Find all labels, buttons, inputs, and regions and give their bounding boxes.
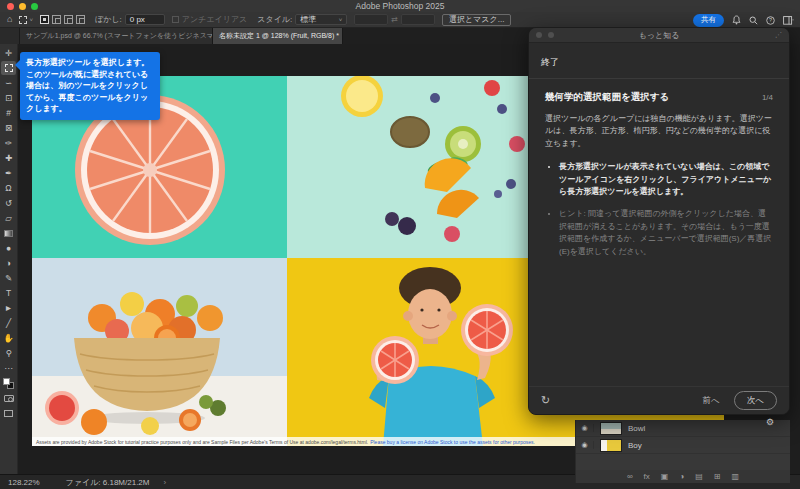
pen-tool-icon[interactable]: ✎ [1,271,16,285]
gear-icon[interactable]: ⚙ [766,417,774,427]
rectangular-marquee-tool-icon[interactable] [1,61,16,75]
brush-tool-icon[interactable]: ✒ [1,166,16,180]
svg-text:?: ? [769,17,772,23]
photoshop-window: Adobe Photoshop 2025 ⌂ ˅ ぼかし: 0 px アンチエイ… [0,0,800,489]
layer-group-icon[interactable]: ▤ [695,473,703,481]
tab-bar-lead [0,28,20,44]
tool-preset-chevron-icon[interactable]: ˅ [29,17,33,23]
eraser-tool-icon[interactable]: ▱ [1,211,16,225]
document-tab-untitled1[interactable]: 名称未設定 1 @ 128% (Fruit, RGB/8) * [213,28,343,44]
gradient-tool-icon[interactable] [1,226,16,240]
file-size-status: ファイル: 6.18M/21.2M [66,477,150,488]
eyedropper-tool-icon[interactable]: ✑ [1,136,16,150]
path-selection-tool-icon[interactable]: ► [1,301,16,315]
delete-layer-icon[interactable]: ▥ [732,473,740,481]
intersect-selection-icon[interactable] [76,15,85,24]
style-chevron-icon: ˅ [339,17,343,23]
exit-row: 終了 [529,43,789,79]
tool-coachmark-tooltip: 長方形選択ツール を選択します。このツールが既に選択されている場合は、別のツール… [20,52,160,120]
blur-tool-icon[interactable]: ● [1,241,16,255]
learn-panel-title: もっと知る [529,30,789,41]
foreground-background-colors-icon[interactable] [1,376,16,390]
tutorial-content: 幾何学的選択範囲を選択する 1/4 選択ツールの各グループには独自の機能がありま… [529,79,789,258]
tutorial-footer: ↻ 前へ 次へ [529,386,789,414]
options-bar: ⌂ ˅ ぼかし: 0 px アンチエイリアス スタイル: 標準 ˅ ⇄ 選択とマ… [0,12,800,28]
spot-healing-brush-tool-icon[interactable]: ✚ [1,151,16,165]
frame-tool-icon[interactable]: ⊠ [1,121,16,135]
image-fruit-bowl [32,258,287,446]
tutorial-bullet-1: 長方形選択ツールが表示されていない場合は、この領域でツールアイコンを右クリックし… [559,161,773,198]
object-selection-tool-icon[interactable]: ⊡ [1,91,16,105]
feather-input[interactable]: 0 px [125,14,165,25]
share-button[interactable]: 共有 [693,14,724,27]
panel-expand-icon[interactable]: ⋰ [775,31,782,39]
restart-tutorial-icon[interactable]: ↻ [541,394,550,407]
layer-row-bowl[interactable]: ◉ Bowl [576,420,790,437]
dodge-tool-icon[interactable]: ◑ [1,256,16,270]
layers-panel: ◉ Bowl ◉ Boy ∞fx▣◑▤⊞▥ [575,420,790,483]
learn-panel: もっと知る ⋰ 終了 幾何学的選択範囲を選択する 1/4 選択ツールの各グループ… [528,27,790,415]
adjustment-layer-icon[interactable]: ◑ [679,473,684,481]
tutorial-step-counter: 1/4 [762,93,773,102]
home-icon[interactable]: ⌂ [7,15,12,24]
lasso-tool-icon[interactable]: ∽ [1,76,16,90]
crop-tool-icon[interactable]: # [1,106,16,120]
status-chevron-icon[interactable]: › [163,478,166,487]
style-select[interactable]: 標準 ˅ [295,14,347,25]
layer-visibility-eye-icon[interactable]: ◉ [576,424,594,432]
width-input[interactable] [354,14,388,25]
next-step-button[interactable]: 次へ [734,391,777,410]
current-tool-icon[interactable] [19,16,27,24]
new-selection-icon[interactable] [40,15,49,24]
quick-mask-mode-icon[interactable] [1,391,16,405]
feather-label: ぼかし: [95,14,122,25]
height-input[interactable] [401,14,435,25]
clone-stamp-tool-icon[interactable]: Ω [1,181,16,195]
select-and-mask-button[interactable]: 選択とマスク... [442,14,511,26]
tutorial-step-heading: 幾何学的選択範囲を選択する [545,91,669,104]
notifications-bell-icon[interactable] [732,15,741,25]
titlebar: Adobe Photoshop 2025 [0,0,800,12]
new-layer-icon[interactable]: ⊞ [714,473,721,481]
layer-thumbnail[interactable] [600,439,622,452]
help-icon[interactable]: ? [766,16,775,25]
add-to-selection-icon[interactable] [52,15,61,24]
line-tool-icon[interactable]: ╱ [1,316,16,330]
toolbox: ✛∽⊡#⊠✑✚✒Ω↺▱●◑✎T►╱✋⚲⋯ [0,44,18,474]
style-label: スタイル: [257,14,292,25]
layer-row-boy[interactable]: ◉ Boy [576,437,790,454]
previous-step-button[interactable]: 前へ [703,395,720,407]
tutorial-bullet-2: ヒント: 間違って選択範囲の外側をクリックした場合、選択範囲が消えることがありま… [559,208,773,258]
foreground-color-swatch[interactable] [3,378,10,385]
edit-toolbar-icon[interactable]: ⋯ [1,361,16,375]
layer-mask-icon[interactable]: ▣ [661,473,669,481]
zoom-tool-icon[interactable]: ⚲ [1,346,16,360]
screen-mode-icon[interactable] [1,406,16,420]
layer-name[interactable]: Boy [628,441,642,450]
exit-tutorial-button[interactable]: 終了 [541,57,559,67]
learn-panel-header[interactable]: もっと知る ⋰ [529,28,789,43]
app-title: Adobe Photoshop 2025 [0,1,800,11]
subtract-from-selection-icon[interactable] [64,15,73,24]
layer-name[interactable]: Bowl [628,424,645,433]
tutorial-bullets: 長方形選択ツールが表示されていない場合は、この領域でツールアイコンを右クリックし… [545,161,773,258]
layer-style-icon[interactable]: fx [644,473,650,481]
antialias-checkbox[interactable] [172,16,179,23]
move-tool-icon[interactable]: ✛ [1,46,16,60]
license-link[interactable]: Please buy a license on Adobe Stock to u… [370,439,535,445]
tutorial-paragraph: 選択ツールの各グループには独自の機能があります。選択ツールは、長方形、正方形、楕… [545,113,773,150]
history-brush-tool-icon[interactable]: ↺ [1,196,16,210]
swap-dimensions-icon[interactable]: ⇄ [391,15,398,24]
antialias-label: アンチエイリアス [182,14,248,25]
hand-tool-icon[interactable]: ✋ [1,331,16,345]
layer-visibility-eye-icon[interactable]: ◉ [576,441,594,449]
type-tool-icon[interactable]: T [1,286,16,300]
layers-footer: ∞fx▣◑▤⊞▥ [576,470,790,483]
workspace-switcher-icon[interactable] [783,16,794,25]
search-icon[interactable] [749,16,758,25]
link-layers-icon[interactable]: ∞ [627,473,633,481]
zoom-level-field[interactable]: 128.22% [8,478,40,487]
layer-thumbnail[interactable] [600,422,622,435]
document-tab-sample1[interactable]: サンプル1.psd @ 66.7% (スマートフォンを使うビジネスマン, RGB… [20,28,213,44]
